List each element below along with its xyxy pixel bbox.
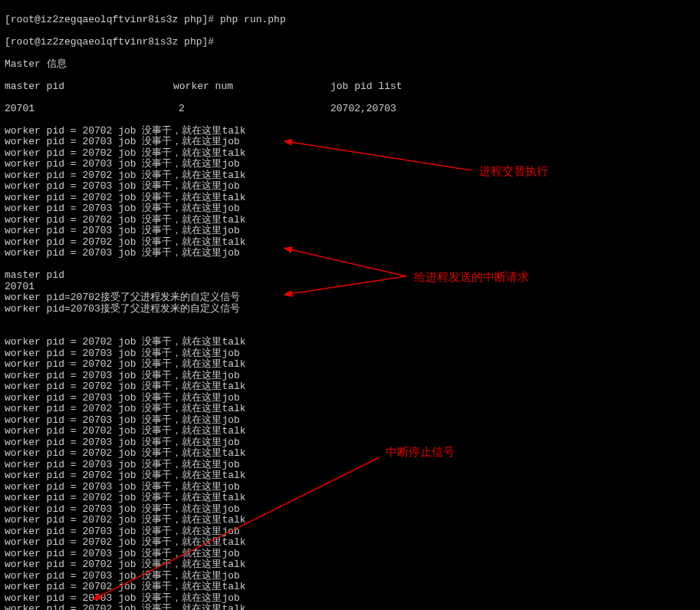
output-line: worker pid = 20703 job 没事干，就在这里job <box>5 437 695 449</box>
output-line: worker pid = 20703 job 没事干，就在这里job <box>5 226 695 237</box>
output-line: worker pid = 20702 job 没事干，就在这里talk <box>5 604 695 610</box>
annotation-1: 进程交替执行 <box>479 166 548 177</box>
annotation-3: 中断停止信号 <box>386 447 455 458</box>
table-header: master pidworker numjob pid list <box>5 81 695 93</box>
output-line: worker pid = 20702 job 没事干，就在这里talk <box>5 337 695 348</box>
arrow-1 <box>284 138 475 176</box>
output-line: worker pid = 20702 job 没事干，就在这里talk <box>5 404 695 415</box>
arrow-2 <box>284 246 410 298</box>
output-line: worker pid = 20702 job 没事干，就在这里talk <box>5 426 695 437</box>
output-line: worker pid=20703接受了父进程发来的自定义信号 <box>5 304 695 315</box>
prompt-line-2: [root@iz2zegqaeolqftvinr8is3z php]# <box>5 37 695 48</box>
output-line: worker pid = 20703 job 没事干，就在这里job <box>5 393 695 404</box>
section-header: Master 信息 <box>5 59 695 71</box>
prompt-line-1: [root@iz2zegqaeolqftvinr8is3z php]# php … <box>5 15 695 26</box>
output-line: worker pid = 20703 job 没事干，就在这里job <box>5 415 695 427</box>
output-line: worker pid = 20702 job 没事干，就在这里talk <box>5 381 695 393</box>
table-row: 20701220702,20703 <box>5 104 695 115</box>
output-line: worker pid = 20702 job 没事干，就在这里talk <box>5 126 695 137</box>
svg-line-6 <box>98 457 380 597</box>
output-line: worker pid = 20703 job 没事干，就在这里job <box>5 348 695 360</box>
svg-line-1 <box>290 142 472 170</box>
annotation-2: 给进程发送的中断请求 <box>414 272 529 283</box>
output-line: worker pid = 20702 job 没事干，就在这里talk <box>5 193 695 204</box>
svg-line-3 <box>290 249 406 276</box>
arrow-3 <box>92 455 383 601</box>
output-line: worker pid = 20702 job 没事干，就在这里talk <box>5 359 695 371</box>
output-line: worker pid = 20702 job 没事干，就在这里talk <box>5 215 695 226</box>
output-line <box>5 315 695 326</box>
output-line: worker pid = 20703 job 没事干，就在这里job <box>5 371 695 382</box>
output-line: worker pid = 20703 job 没事干，就在这里job <box>5 181 695 193</box>
output-line: worker pid = 20703 job 没事干，就在这里job <box>5 203 695 215</box>
svg-line-4 <box>290 276 406 294</box>
